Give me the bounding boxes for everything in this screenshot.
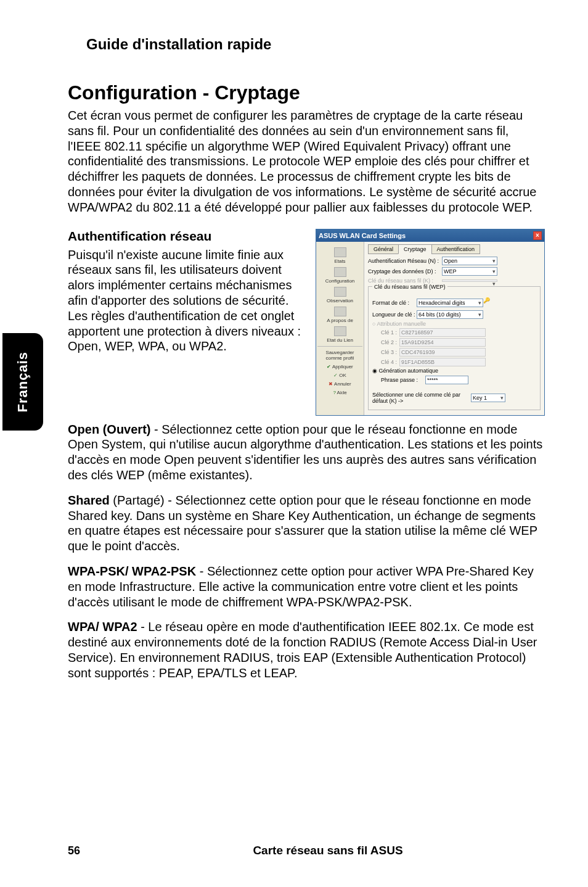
format-select[interactable]: Hexadecimal digits <box>417 299 483 307</box>
row-format: Format de clé : Hexadecimal digits 🔑 <box>372 297 536 308</box>
document-page: Français Guide d'installation rapide Con… <box>0 0 588 887</box>
cle-reseau-disabled-label: Clé du réseau sans fil (K) : <box>368 278 442 284</box>
cle2-label: Clé 2 : <box>381 339 399 345</box>
nav-etat-lien[interactable]: Etat du Lien <box>317 326 362 343</box>
nav-etats[interactable]: Etats <box>317 247 362 264</box>
wpa-psk-label: WPA-PSK/ WPA2-PSK <box>68 564 196 578</box>
key-icon: 🔑 <box>483 297 494 308</box>
wpa-psk-paragraph: WPA-PSK/ WPA2-PSK - Sélectionnez cette o… <box>68 564 545 609</box>
wpa-paragraph: WPA/ WPA2 - Le réseau opère en mode d'au… <box>68 619 545 680</box>
key-row-1: Clé 1 :C827168597 <box>381 328 536 337</box>
page-title: Configuration - Cryptage <box>68 81 545 104</box>
select-key-label: Sélectionner une clé comme clé par défau… <box>372 392 471 404</box>
two-column-section: Authentification réseau Puisqu'il n'exis… <box>68 229 545 416</box>
section-heading: Authentification réseau <box>68 229 304 244</box>
nav-aide[interactable]: ? Aide <box>317 390 362 395</box>
row-auth-reseau: Authentification Réseau (N) : Open <box>368 257 541 265</box>
row-longueur: Longueur de clé : 64 bits (10 digits) <box>372 310 536 319</box>
row-crypt-data: Cryptage des données (D) : WEP <box>368 267 541 276</box>
nav-apropos[interactable]: A propos de <box>317 307 362 323</box>
cle2-input: 15A91D9254 <box>399 338 486 347</box>
lien-icon <box>334 326 346 336</box>
section-body: Puisqu'il n'existe aucune limite finie a… <box>68 247 304 355</box>
radio-auto[interactable]: ◉ Génération automatique <box>372 368 536 374</box>
row-phrase: Phrase passe : ***** <box>372 376 536 384</box>
cle4-label: Clé 4 : <box>381 359 399 365</box>
phrase-input[interactable]: ***** <box>425 376 468 384</box>
language-tab: Français <box>2 333 43 431</box>
dialog-sidebar: Etats Configuration Observation A propos… <box>316 242 364 415</box>
config-icon <box>334 267 346 277</box>
tab-cryptage[interactable]: Cryptage <box>398 244 432 254</box>
dialog-title: ASUS WLAN Card Settings <box>319 232 406 239</box>
dialog-titlebar: ASUS WLAN Card Settings × <box>316 229 544 242</box>
key-row-3: Clé 3 :CDC4761939 <box>381 348 536 357</box>
phrase-label: Phrase passe : <box>381 377 425 383</box>
cle1-input: C827168597 <box>399 328 486 337</box>
row-select-key: Sélectionner une clé comme clé par défau… <box>372 392 536 404</box>
nav-sauvegarder[interactable]: Sauvegarder comme profil <box>317 350 362 361</box>
tab-authentification[interactable]: Authentification <box>431 244 481 254</box>
cle1-label: Clé 1 : <box>381 329 399 336</box>
nav-appliquer[interactable]: ✔ Appliquer <box>317 364 362 369</box>
page-footer: 56 Carte réseau sans fil ASUS <box>0 844 588 857</box>
open-label: Open (Ouvert) <box>68 423 150 436</box>
shared-paragraph: Shared (Partagé) - Sélectionnez cette op… <box>68 493 545 554</box>
crypt-data-select[interactable]: WEP <box>442 267 497 276</box>
settings-dialog: ASUS WLAN Card Settings × Etats Configur… <box>316 229 545 416</box>
format-label: Format de clé : <box>372 300 417 306</box>
observation-icon <box>334 287 346 297</box>
content-area: Configuration - Cryptage Cet écran vous … <box>68 81 545 681</box>
dialog-body: Etats Configuration Observation A propos… <box>316 242 544 415</box>
longueur-select[interactable]: 64 bits (10 digits) <box>417 310 483 319</box>
close-icon[interactable]: × <box>533 231 542 240</box>
nav-observation[interactable]: Observation <box>317 287 362 303</box>
radio-manuelle[interactable]: ○ Attribution manuelle <box>372 321 536 327</box>
doc-header: Guide d'installation rapide <box>86 36 545 53</box>
wpa-text: - Le réseau opère en mode d'authentifica… <box>68 620 537 679</box>
tab-general[interactable]: Général <box>368 244 399 254</box>
auth-reseau-label: Authentification Réseau (N) : <box>368 258 442 264</box>
page-number: 56 <box>68 844 111 857</box>
open-paragraph: Open (Ouvert) - Sélectionnez cette optio… <box>68 422 545 483</box>
etats-icon <box>334 247 346 257</box>
shared-label: Shared <box>68 493 110 507</box>
cle3-label: Clé 3 : <box>381 349 399 355</box>
nav-annuler[interactable]: ✖ Annuler <box>317 381 362 387</box>
dialog-panel: Général Cryptage Authentification Authen… <box>364 242 544 415</box>
nav-ok[interactable]: ✓ OK <box>317 373 362 378</box>
nav-separator <box>317 346 362 347</box>
footer-title: Carte réseau sans fil ASUS <box>111 844 545 857</box>
left-column: Authentification réseau Puisqu'il n'exis… <box>68 229 304 416</box>
language-tab-label: Français <box>15 352 31 413</box>
tab-strip: Général Cryptage Authentification <box>368 244 541 254</box>
wpa-label: WPA/ WPA2 <box>68 620 137 633</box>
wep-fieldset: Clé du réseau sans fil (WEP) Format de c… <box>368 286 541 410</box>
keys-block: Clé 1 :C827168597 Clé 2 :15A91D9254 Clé … <box>381 328 536 366</box>
select-key-select[interactable]: Key 1 <box>471 394 505 402</box>
wep-legend: Clé du réseau sans fil (WEP) <box>372 284 447 290</box>
key-row-2: Clé 2 :15A91D9254 <box>381 338 536 347</box>
cle-reseau-disabled-field <box>442 279 497 282</box>
intro-paragraph: Cet écran vous permet de configurer les … <box>68 108 545 215</box>
crypt-data-label: Cryptage des données (D) : <box>368 268 442 274</box>
apropos-icon <box>334 307 346 316</box>
longueur-label: Longueur de clé : <box>372 311 417 318</box>
key-row-4: Clé 4 :91F1AD855B <box>381 358 536 366</box>
auth-reseau-select[interactable]: Open <box>442 257 497 265</box>
shared-text: (Partagé) - Sélectionnez cette option po… <box>68 493 537 553</box>
nav-configuration[interactable]: Configuration <box>317 267 362 284</box>
right-column: ASUS WLAN Card Settings × Etats Configur… <box>316 229 545 416</box>
cle3-input: CDC4761939 <box>399 348 486 357</box>
row-cle-reseau-disabled: Clé du réseau sans fil (K) : <box>368 278 541 284</box>
cle4-input: 91F1AD855B <box>399 358 486 366</box>
